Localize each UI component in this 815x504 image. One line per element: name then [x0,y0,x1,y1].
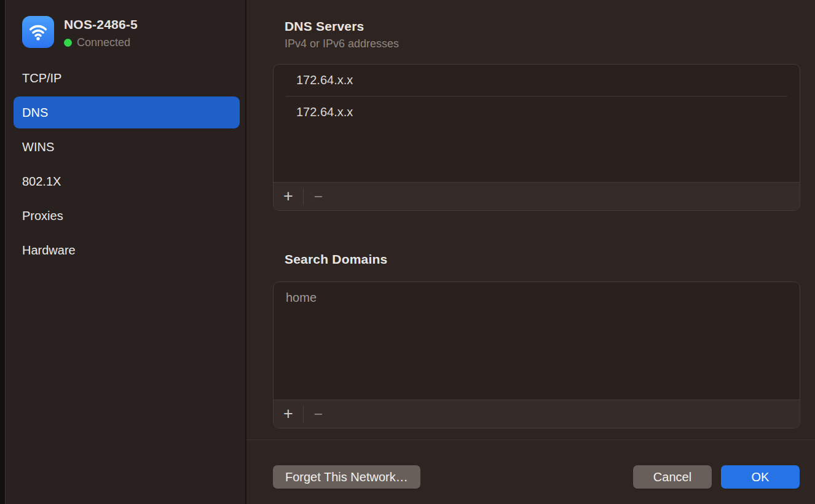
dns-servers-listbox: 172.64.x.x 172.64.x.x + − [273,64,800,211]
remove-search-domain-button[interactable]: − [304,400,333,428]
sidebar-item-proxies[interactable]: Proxies [14,200,240,232]
dns-servers-subtitle: IPv4 or IPv6 addresses [285,37,399,50]
connected-dot-icon [64,39,72,47]
connection-status-label: Connected [77,36,130,49]
sidebar-item-wins[interactable]: WINS [14,131,240,163]
dns-server-row[interactable]: 172.64.x.x [274,65,800,96]
remove-dns-server-button[interactable]: − [304,183,333,210]
plus-icon: + [283,404,293,423]
window-left-edge [0,0,6,504]
add-dns-server-button[interactable]: + [274,183,303,210]
dns-servers-rows: 172.64.x.x 172.64.x.x [274,65,800,128]
search-domains-title: Search Domains [285,252,387,267]
connection-status: Connected [64,36,138,49]
sidebar-item-dns[interactable]: DNS [14,96,240,128]
sidebar-item-8021x[interactable]: 802.1X [14,165,240,197]
network-name: NOS-2486-5 [64,17,138,32]
forget-network-button[interactable]: Forget This Network… [273,465,420,489]
footer-divider [246,439,815,440]
dns-servers-toolbar: + − [274,182,800,210]
dns-server-row[interactable]: 172.64.x.x [274,96,800,128]
sidebar-item-hardware[interactable]: Hardware [14,234,240,266]
search-domain-row[interactable]: home [274,282,800,313]
search-domains-listbox: home + − [273,282,800,428]
add-search-domain-button[interactable]: + [274,400,303,428]
minus-icon: − [314,405,323,423]
sidebar-item-tcpip[interactable]: TCP/IP [14,62,240,94]
sidebar-nav: TCP/IP DNS WINS 802.1X Proxies Hardware [6,62,245,269]
connection-header: NOS-2486-5 Connected [22,16,138,49]
minus-icon: − [314,187,323,205]
cancel-button[interactable]: Cancel [633,465,712,489]
ok-button[interactable]: OK [721,465,800,489]
dns-servers-title: DNS Servers [285,19,364,34]
sidebar: NOS-2486-5 Connected TCP/IP DNS WINS 802… [6,0,246,504]
dns-settings-pane: DNS Servers IPv4 or IPv6 addresses 172.6… [246,0,815,504]
search-domains-rows: home [274,282,800,313]
search-domains-toolbar: + − [274,400,800,428]
wifi-icon [22,16,54,48]
connection-meta: NOS-2486-5 Connected [64,16,138,49]
plus-icon: + [283,187,293,206]
